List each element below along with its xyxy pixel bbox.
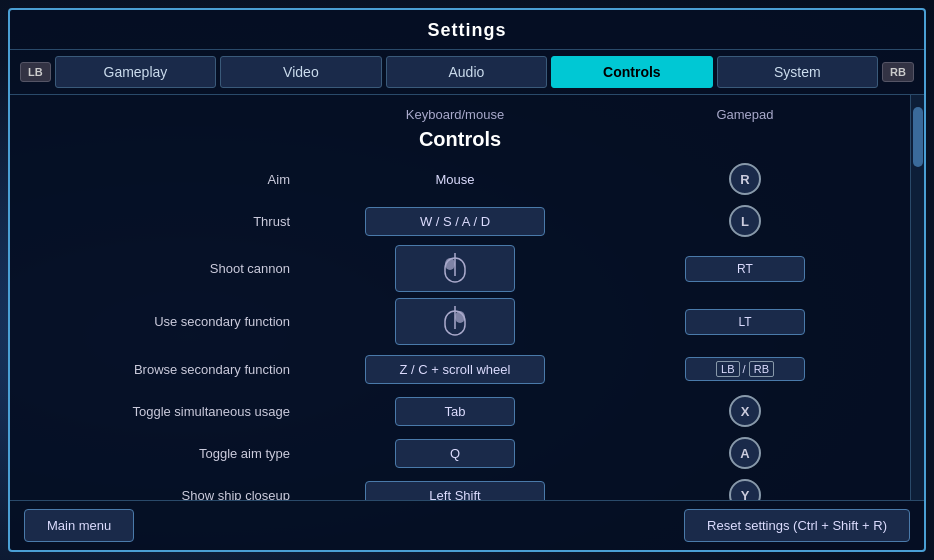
control-row-thrust: Thrust W / S / A / D L (30, 203, 890, 239)
mouse-right-click-icon (441, 303, 469, 337)
col-header-label (30, 107, 310, 122)
col-header-gamepad: Gamepad (600, 107, 890, 122)
gp-secondary: LT (600, 309, 890, 335)
control-row-aim: Aim Mouse R (30, 161, 890, 197)
kb-toggle-aim: Q (310, 439, 600, 468)
window-title: Settings (10, 10, 924, 50)
label-secondary: Use secondary function (30, 314, 310, 329)
key-box-secondary[interactable] (395, 298, 515, 345)
right-bumper[interactable]: RB (882, 62, 914, 82)
kb-browse: Z / C + scroll wheel (310, 355, 600, 384)
label-ship: Show ship closeup (30, 488, 310, 501)
key-box-tab[interactable]: Tab (395, 397, 515, 426)
kb-thrust: W / S / A / D (310, 207, 600, 236)
tab-gameplay[interactable]: Gameplay (55, 56, 216, 88)
control-row-shoot: Shoot cannon RT (30, 245, 890, 292)
gp-ship: Y (600, 479, 890, 500)
tab-system[interactable]: System (717, 56, 878, 88)
key-box-shift[interactable]: Left Shift (365, 481, 545, 501)
scrollbar-thumb[interactable] (913, 107, 923, 167)
main-menu-button[interactable]: Main menu (24, 509, 134, 542)
title-text: Settings (427, 20, 506, 40)
kb-ship: Left Shift (310, 481, 600, 501)
control-row-ship: Show ship closeup Left Shift Y (30, 477, 890, 500)
key-box-q[interactable]: Q (395, 439, 515, 468)
scrollbar-track[interactable] (910, 95, 924, 500)
gp-aim: R (600, 163, 890, 195)
label-browse: Browse secondary function (30, 362, 310, 377)
gp-trigger-lb-rb[interactable]: LB / RB (685, 357, 805, 381)
svg-rect-6 (455, 311, 465, 323)
tab-audio[interactable]: Audio (386, 56, 547, 88)
settings-window: Settings LB Gameplay Video Audio Control… (8, 8, 926, 552)
label-thrust: Thrust (30, 214, 310, 229)
gp-btn-r[interactable]: R (729, 163, 761, 195)
kb-aim-text: Mouse (435, 172, 474, 187)
main-content: Keyboard/mouse Gamepad Controls Aim Mous… (10, 95, 910, 500)
gp-toggle-aim: A (600, 437, 890, 469)
gp-trigger-rt[interactable]: RT (685, 256, 805, 282)
gp-btn-a[interactable]: A (729, 437, 761, 469)
key-box-shoot[interactable] (395, 245, 515, 292)
label-toggle-aim: Toggle aim type (30, 446, 310, 461)
gp-shoot: RT (600, 256, 890, 282)
control-row-browse: Browse secondary function Z / C + scroll… (30, 351, 890, 387)
label-shoot: Shoot cannon (30, 261, 310, 276)
mouse-left-click-icon (441, 250, 469, 284)
reset-settings-button[interactable]: Reset settings (Ctrl + Shift + R) (684, 509, 910, 542)
control-row-toggle-aim: Toggle aim type Q A (30, 435, 890, 471)
tabs-row: LB Gameplay Video Audio Controls System … (10, 50, 924, 95)
bottom-bar: Main menu Reset settings (Ctrl + Shift +… (10, 500, 924, 550)
column-headers: Keyboard/mouse Gamepad (30, 107, 890, 122)
left-bumper[interactable]: LB (20, 62, 51, 82)
kb-shoot (310, 245, 600, 292)
kb-secondary (310, 298, 600, 345)
label-aim: Aim (30, 172, 310, 187)
kb-aim: Mouse (310, 172, 600, 187)
control-row-toggle-sim: Toggle simultaneous usage Tab X (30, 393, 890, 429)
key-box-browse[interactable]: Z / C + scroll wheel (365, 355, 545, 384)
kb-toggle-sim: Tab (310, 397, 600, 426)
control-row-secondary: Use secondary function LT (30, 298, 890, 345)
gp-toggle-sim: X (600, 395, 890, 427)
gp-thrust: L (600, 205, 890, 237)
svg-rect-2 (445, 258, 455, 270)
gp-browse: LB / RB (600, 357, 890, 381)
key-box-thrust[interactable]: W / S / A / D (365, 207, 545, 236)
section-title: Controls (30, 128, 890, 151)
tab-video[interactable]: Video (220, 56, 381, 88)
tab-controls[interactable]: Controls (551, 56, 712, 88)
gp-btn-y[interactable]: Y (729, 479, 761, 500)
gp-btn-x[interactable]: X (729, 395, 761, 427)
gp-btn-l[interactable]: L (729, 205, 761, 237)
content-area: Keyboard/mouse Gamepad Controls Aim Mous… (10, 95, 924, 500)
col-header-keyboard: Keyboard/mouse (310, 107, 600, 122)
label-toggle-sim: Toggle simultaneous usage (30, 404, 310, 419)
gp-trigger-lt[interactable]: LT (685, 309, 805, 335)
